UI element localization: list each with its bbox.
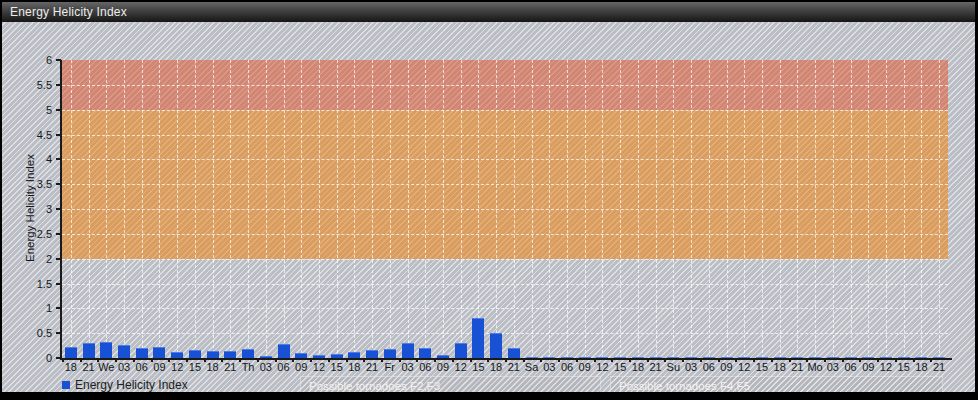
- x-grid-line: [886, 60, 887, 358]
- x-grid-line: [337, 60, 338, 358]
- bar: [278, 344, 290, 358]
- x-grid-line: [727, 60, 728, 358]
- bar: [224, 351, 236, 358]
- bar: [207, 351, 219, 358]
- bar: [472, 318, 484, 358]
- x-grid-line: [213, 60, 214, 358]
- y-tick-mark: [56, 357, 61, 359]
- bar: [366, 350, 378, 358]
- bar: [65, 347, 77, 358]
- x-grid-line: [319, 60, 320, 358]
- y-tick-label: 3: [10, 203, 52, 215]
- x-grid-line: [797, 60, 798, 358]
- x-grid-line: [514, 60, 515, 358]
- x-grid-line: [532, 60, 533, 358]
- y-tick-label: 0: [10, 352, 52, 364]
- y-tick-mark: [56, 158, 61, 160]
- y-tick-label: 2: [10, 253, 52, 265]
- x-grid-line: [585, 60, 586, 358]
- window: Energy Helicity Index Energy Helicity In…: [0, 0, 978, 400]
- y-tick-label: 1.5: [10, 278, 52, 290]
- y-axis-line: [60, 60, 62, 360]
- x-grid-line: [159, 60, 160, 358]
- bar: [508, 348, 520, 358]
- bar: [242, 349, 254, 358]
- x-grid-line: [744, 60, 745, 358]
- y-tick-label: 1: [10, 302, 52, 314]
- y-tick-mark: [56, 307, 61, 309]
- bar: [490, 333, 502, 358]
- x-grid-line: [478, 60, 479, 358]
- x-grid-line: [620, 60, 621, 358]
- bar: [419, 348, 431, 358]
- x-grid-line: [461, 60, 462, 358]
- title-bar: Energy Helicity Index: [2, 2, 975, 22]
- bar: [455, 343, 467, 358]
- x-grid-line: [762, 60, 763, 358]
- x-tick-label: 21: [927, 361, 951, 373]
- x-grid-line: [851, 60, 852, 358]
- bar: [153, 347, 165, 358]
- x-grid-line: [89, 60, 90, 358]
- x-grid-line: [833, 60, 834, 358]
- x-grid-line: [372, 60, 373, 358]
- x-grid-line: [549, 60, 550, 358]
- y-tick-mark: [56, 332, 61, 334]
- x-grid-line: [638, 60, 639, 358]
- x-grid-line: [567, 60, 568, 358]
- y-tick-label: 3.5: [10, 178, 52, 190]
- x-grid-line: [248, 60, 249, 358]
- plot-area: [62, 60, 948, 358]
- bar: [100, 342, 112, 358]
- x-grid-line: [142, 60, 143, 358]
- x-grid-line: [780, 60, 781, 358]
- x-grid-line: [124, 60, 125, 358]
- bar: [402, 343, 414, 358]
- bar: [384, 349, 396, 358]
- x-grid-line: [443, 60, 444, 358]
- y-tick-mark: [56, 109, 61, 111]
- y-tick-mark: [56, 134, 61, 136]
- y-tick-mark: [56, 84, 61, 86]
- x-grid-line: [266, 60, 267, 358]
- x-grid-line: [673, 60, 674, 358]
- x-grid-line: [106, 60, 107, 358]
- x-grid-line: [815, 60, 816, 358]
- x-grid-line: [177, 60, 178, 358]
- x-grid-line: [602, 60, 603, 358]
- x-grid-line: [904, 60, 905, 358]
- bar: [83, 343, 95, 358]
- x-grid-line: [230, 60, 231, 358]
- x-grid-line: [656, 60, 657, 358]
- x-grid-line: [939, 60, 940, 358]
- legend-band-f4f5: Possible tornadoes F4,F5: [610, 376, 943, 392]
- x-grid-line: [354, 60, 355, 358]
- bar: [118, 345, 130, 358]
- y-tick-label: 0.5: [10, 327, 52, 339]
- x-grid-line: [496, 60, 497, 358]
- x-grid-line: [408, 60, 409, 358]
- x-grid-line: [868, 60, 869, 358]
- legend-band-f2f3: Possible tornadoes F2,F3: [300, 376, 601, 392]
- series-swatch-icon: [62, 381, 70, 389]
- y-tick-label: 5: [10, 104, 52, 116]
- y-tick-mark: [56, 208, 61, 210]
- legend-series-label: Energy Helicity Index: [75, 376, 188, 392]
- x-grid-line: [71, 60, 72, 358]
- window-title: Energy Helicity Index: [10, 5, 127, 19]
- y-tick-mark: [56, 183, 61, 185]
- x-grid-line: [921, 60, 922, 358]
- chart-background: Energy Helicity Index Energy Helicity In…: [2, 2, 975, 392]
- x-grid-line: [691, 60, 692, 358]
- y-tick-mark: [56, 258, 61, 260]
- y-tick-label: 4: [10, 153, 52, 165]
- x-grid-line: [301, 60, 302, 358]
- y-tick-label: 5.5: [10, 79, 52, 91]
- bar: [189, 350, 201, 358]
- y-tick-label: 6: [10, 54, 52, 66]
- y-tick-mark: [56, 283, 61, 285]
- x-grid-line: [195, 60, 196, 358]
- x-grid-line: [709, 60, 710, 358]
- bar: [136, 348, 148, 358]
- x-grid-line: [390, 60, 391, 358]
